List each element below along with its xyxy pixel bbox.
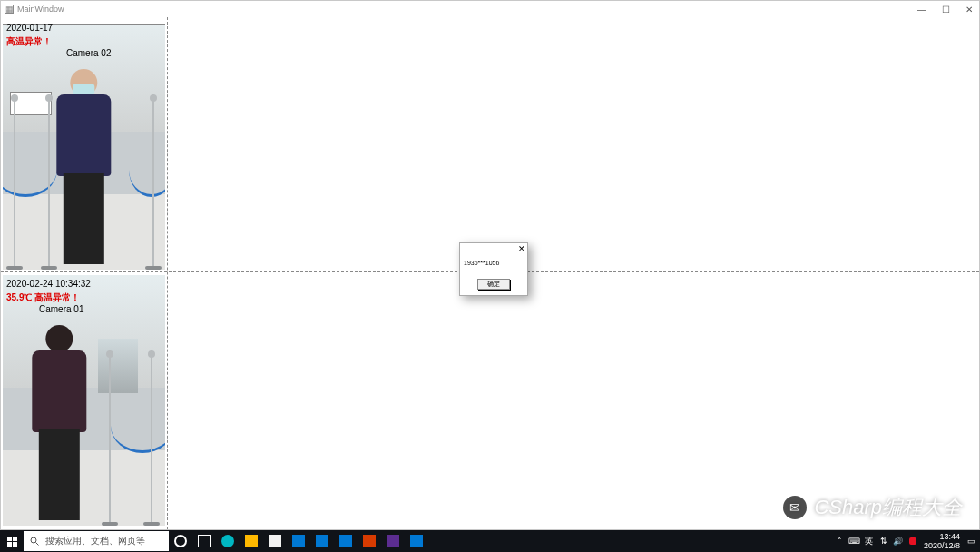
person-2	[11, 325, 108, 526]
svg-point-0	[31, 537, 36, 543]
minimize-button[interactable]: —	[916, 5, 928, 15]
search-placeholder: 搜索应用、文档、网页等	[45, 535, 145, 547]
mail-icon	[292, 535, 305, 547]
app-icon-tb	[410, 535, 423, 547]
search-icon	[29, 536, 40, 547]
dialog-ok-button[interactable]: 确定	[477, 279, 510, 290]
tray-record-icon[interactable]	[907, 536, 918, 547]
edge-icon	[221, 535, 234, 547]
camera2-label: Camera 01	[39, 304, 83, 314]
tray-input-icon[interactable]: ⌨	[849, 536, 860, 547]
content-area: 2020-01-17 高温异常！ Camera 02 2020-02-24 10	[1, 17, 979, 529]
settings-icon	[316, 535, 328, 547]
calendar-button[interactable]	[334, 530, 358, 552]
grid-vertical-line-1	[167, 17, 168, 529]
word-icon	[363, 535, 376, 547]
windows-logo-icon	[7, 537, 17, 547]
taskview-icon	[198, 535, 211, 547]
settings-button[interactable]	[310, 530, 334, 552]
taskbar-search[interactable]: 搜索应用、文档、网页等	[24, 531, 169, 551]
notifications-button[interactable]: ▭	[965, 536, 976, 547]
message-dialog[interactable]: ✕ 1936***1056 确定	[459, 242, 528, 296]
camera1-label: Camera 02	[66, 48, 111, 58]
explorer-button[interactable]	[240, 530, 263, 552]
watermark-text: CSharp编程大全	[814, 494, 962, 521]
camera1-alert: 高温异常！	[6, 35, 52, 48]
store-icon	[269, 535, 281, 547]
camera1-timestamp: 2020-01-17	[6, 23, 53, 33]
calendar-icon	[339, 535, 352, 547]
camera-feed-1: 2020-01-17 高温异常！ Camera 02	[3, 19, 165, 270]
app-button[interactable]	[405, 530, 428, 552]
folder-icon	[245, 535, 258, 547]
person-1	[35, 69, 132, 270]
camera2-alert: 35.9℃ 高温异常！	[6, 291, 80, 304]
taskview-button[interactable]	[192, 530, 216, 552]
edge-button[interactable]	[216, 530, 240, 552]
visualstudio-icon	[387, 535, 399, 547]
store-button[interactable]	[263, 530, 287, 552]
cortana-icon	[174, 535, 187, 547]
camera2-timestamp: 2020-02-24 10:34:32	[6, 279, 91, 289]
dialog-message: 1936***1056	[460, 254, 527, 270]
tray-volume-icon[interactable]: 🔊	[893, 536, 904, 547]
dialog-close-button[interactable]: ✕	[518, 244, 525, 253]
watermark: ✉ CSharp编程大全	[783, 494, 962, 521]
maximize-button[interactable]: ☐	[939, 5, 952, 15]
svg-line-1	[36, 543, 39, 546]
word-button[interactable]	[358, 530, 381, 552]
close-button[interactable]: ✕	[963, 5, 975, 15]
taskbar-pinned-apps	[169, 530, 428, 552]
taskbar-tray-area: ˄ ⌨ 英 ⇅ 🔊 13:44 2020/12/8 ▭	[835, 532, 980, 550]
camera-cell-2[interactable]: 2020-02-24 10:34:32 35.9℃ 高温异常！ Camera 0…	[3, 275, 165, 526]
cortana-button[interactable]	[169, 530, 192, 552]
titlebar[interactable]: ▦ MainWindow — ☐ ✕	[1, 1, 979, 17]
window-title: MainWindow	[17, 5, 64, 14]
visualstudio-button[interactable]	[381, 530, 405, 552]
tray-network-icon[interactable]: ⇅	[878, 536, 889, 547]
start-button[interactable]	[0, 530, 24, 552]
window-controls: — ☐ ✕	[916, 5, 975, 15]
app-icon: ▦	[5, 5, 14, 14]
system-tray[interactable]: ˄ ⌨ 英 ⇅ 🔊	[835, 536, 918, 547]
grid-vertical-line-2	[328, 17, 328, 529]
camera-feed-2: 2020-02-24 10:34:32 35.9℃ 高温异常！ Camera 0…	[3, 275, 165, 526]
taskbar-clock[interactable]: 13:44 2020/12/8	[924, 532, 960, 550]
clock-date: 2020/12/8	[924, 541, 960, 550]
clock-time: 13:44	[924, 532, 960, 541]
mail-button[interactable]	[287, 530, 310, 552]
main-window: ▦ MainWindow — ☐ ✕	[0, 0, 980, 530]
tray-overflow-icon[interactable]: ˄	[835, 536, 846, 547]
dialog-titlebar[interactable]: ✕	[460, 243, 527, 254]
tray-ime-icon[interactable]: 英	[864, 536, 875, 547]
wechat-icon: ✉	[783, 496, 807, 519]
taskbar[interactable]: 搜索应用、文档、网页等 ˄ ⌨ 英 ⇅ 🔊 13:44 2020/12/8 ▭	[0, 530, 980, 552]
camera-cell-1[interactable]: 2020-01-17 高温异常！ Camera 02	[3, 19, 165, 270]
